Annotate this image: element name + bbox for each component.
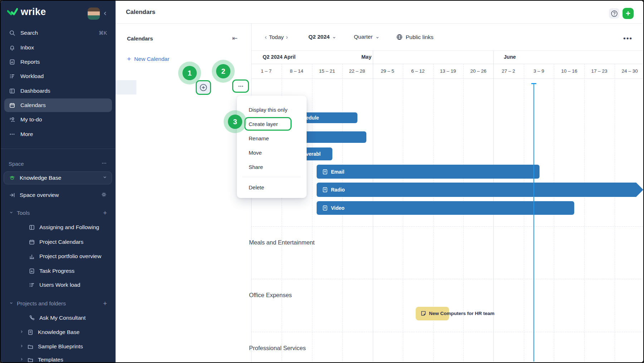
calendar-icon (29, 239, 35, 245)
projects-folders-header[interactable]: Projects and folders + (4, 297, 112, 310)
sidebar-collapse-icon[interactable]: ‹ (104, 9, 106, 18)
sidebar-item-label: Calendars (20, 102, 46, 108)
knowledge-base-icon (9, 175, 15, 181)
sidebar-item-label: Inbox (20, 44, 34, 51)
gantt-bar-video[interactable]: Video (317, 201, 574, 215)
chevron-down-icon (102, 175, 107, 181)
month-label-april: Q2 2024 April (263, 54, 296, 60)
menu-item-display-this-only[interactable]: Display this only (237, 102, 307, 117)
gantt-bar-radio[interactable]: Radio (317, 183, 643, 197)
task-progress-icon (29, 268, 35, 274)
chevron-down-icon (9, 300, 14, 307)
section-divider (251, 226, 644, 227)
gear-icon[interactable] (101, 192, 107, 199)
create-button[interactable]: + (623, 8, 634, 19)
today-button[interactable]: Today (269, 34, 284, 40)
sidebar-item-project-portfolio[interactable]: Project portfolio overview (4, 250, 136, 263)
sidebar-item-reports[interactable]: Reports (4, 55, 112, 69)
add-project-icon[interactable]: + (103, 300, 107, 308)
chevron-down-icon (332, 35, 336, 39)
add-tool-icon[interactable]: + (103, 209, 107, 217)
next-icon[interactable]: › (284, 34, 290, 41)
sidebar-item-assigning-following[interactable]: Assigning and Following (4, 221, 136, 234)
sidebar-item-task-progress[interactable]: Task Progress (4, 264, 136, 278)
step-1-badge: 1 (182, 66, 197, 80)
sidebar-item-knowledge-base-folder[interactable]: Knowledge Base (4, 325, 127, 339)
ellipsis-icon[interactable] (233, 81, 248, 92)
portfolio-chart-icon (29, 253, 35, 260)
plus-icon: + (127, 55, 131, 63)
sidebar-item-templates[interactable]: Templates (4, 353, 127, 363)
bell-icon (9, 44, 15, 51)
sidebar-item-search[interactable]: Search ⌘K (4, 26, 112, 40)
dashboards-icon (9, 88, 15, 94)
circled-plus-icon[interactable] (197, 81, 210, 94)
folder-icon (27, 343, 34, 350)
week-label: 24 – 30 (615, 68, 644, 74)
today-nav: ‹ Today › (263, 34, 290, 41)
help-button[interactable] (609, 8, 619, 19)
sidebar-item-inbox[interactable]: Inbox (4, 41, 112, 54)
week-label: 6 – 12 (403, 68, 433, 74)
grid-line (584, 64, 585, 362)
sidebar-item-ask-my-consultant[interactable]: Ask My Consultant (4, 311, 136, 325)
my-todo-icon (9, 116, 15, 123)
menu-item-delete[interactable]: Delete (237, 180, 307, 194)
tools-header[interactable]: Tools + (4, 206, 112, 220)
menu-item-rename[interactable]: Rename (237, 131, 307, 145)
chevron-down-icon (375, 35, 380, 39)
new-calendar-button[interactable]: + New Calendar (127, 55, 169, 63)
menu-item-move[interactable]: Move (237, 145, 307, 160)
step-2-badge: 2 (216, 64, 230, 78)
sidebar-item-users-workload[interactable]: Users Work load (4, 278, 136, 292)
space-more-icon[interactable] (101, 160, 107, 167)
question-icon (610, 10, 618, 18)
chevron-right-icon[interactable] (19, 357, 24, 363)
sidebar-item-calendars[interactable]: Calendars (4, 98, 112, 112)
section-label-professional: Professional Services (249, 345, 306, 352)
users-workload-icon (29, 282, 35, 288)
wrike-logo[interactable]: wrike (7, 6, 46, 18)
context-menu: Display this only Create layer Rename Mo… (237, 96, 307, 198)
board-icon (29, 224, 35, 231)
logo-text: wrike (21, 6, 46, 18)
sidebar-item-workload[interactable]: Workload (4, 69, 112, 83)
panel-collapse-icon[interactable]: ⇤ (232, 34, 238, 42)
zoom-select[interactable]: Quarter (354, 34, 380, 40)
timeline-more-button[interactable]: ••• (623, 34, 633, 42)
public-links-button[interactable]: Public links (396, 34, 434, 40)
search-icon (9, 30, 15, 36)
sidebar-item-sample-blueprints[interactable]: Sample Blueprints (4, 340, 127, 353)
section-divider (251, 332, 644, 332)
space-header: Space (4, 158, 112, 169)
sidebar-item-dashboards[interactable]: Dashboards (4, 84, 112, 98)
chevron-right-icon[interactable] (19, 329, 24, 335)
note-label: New Computers for HR team (429, 311, 494, 316)
space-selector[interactable]: Knowledge Base (4, 171, 112, 184)
sidebar-item-project-calendars[interactable]: Project Calendars (4, 235, 136, 249)
step-3-badge: 3 (228, 115, 242, 129)
report-icon (9, 59, 15, 65)
chevron-right-icon[interactable] (19, 343, 24, 350)
prev-icon[interactable]: ‹ (263, 34, 269, 41)
timeline-toolbar: ‹ Today › Q2 2024 Quarter Public links •… (251, 24, 644, 51)
avatar[interactable] (88, 8, 100, 20)
task-icon (322, 205, 328, 211)
grid-line (312, 64, 312, 362)
phone-icon (29, 315, 35, 321)
sidebar-item-label: Workload (20, 73, 44, 79)
menu-item-share[interactable]: Share (237, 160, 307, 174)
search-shortcut: ⌘K (99, 30, 107, 36)
calendar-icon (9, 102, 15, 108)
sidebar-item-my-todo[interactable]: My to-do (4, 113, 112, 126)
sidebar-item-more[interactable]: More (4, 127, 112, 141)
sidebar-item-space-overview[interactable]: Space overview (4, 188, 112, 202)
sidebar-item-label: Dashboards (20, 88, 50, 94)
gantt-bar-email[interactable]: Email (317, 165, 540, 179)
period-select[interactable]: Q2 2024 (308, 34, 336, 40)
sidebar-item-label: My to-do (20, 116, 42, 123)
wrike-logo-icon (7, 8, 18, 17)
sidebar-item-label: Search (20, 30, 38, 36)
section-label-office: Office Expenses (249, 292, 292, 299)
week-label: 20 – 26 (463, 68, 493, 74)
